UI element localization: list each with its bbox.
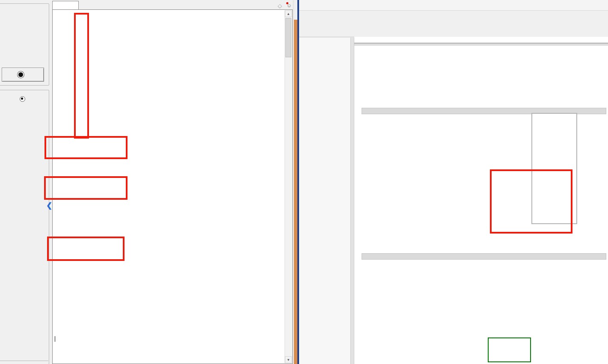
uart-settings-panel: ❮ bbox=[0, 0, 52, 364]
menu-bar bbox=[299, 0, 608, 11]
scroll-up-arrow[interactable]: ▲ bbox=[285, 10, 292, 17]
scroll-down-arrow[interactable]: ▼ bbox=[285, 356, 292, 363]
toolbar-ladder bbox=[299, 24, 608, 37]
data-log[interactable]: ▲ ▼ bbox=[52, 9, 293, 364]
port-led-icon bbox=[18, 72, 23, 77]
open-port-button[interactable] bbox=[2, 68, 44, 82]
network5-comment-bar[interactable] bbox=[362, 253, 606, 260]
ton-timer-box[interactable] bbox=[488, 337, 531, 362]
screen: { "colors":{"accent_orange":"#ff6a00","l… bbox=[0, 0, 608, 364]
notification-dot bbox=[286, 2, 288, 4]
tab-data-log[interactable] bbox=[52, 1, 79, 10]
send-settings-group bbox=[0, 361, 48, 364]
scroll-thumb[interactable] bbox=[285, 18, 291, 57]
radio-hex[interactable] bbox=[20, 96, 25, 102]
toolbar-standard bbox=[299, 11, 608, 24]
log-scrollbar[interactable]: ▲ ▼ bbox=[285, 10, 292, 363]
project-tree[interactable] bbox=[299, 38, 350, 364]
radio-hex-dot bbox=[21, 98, 23, 100]
ladder-editor[interactable] bbox=[354, 37, 608, 364]
collapse-panel-chevron[interactable]: ❮ bbox=[46, 201, 52, 210]
window-gap-top bbox=[294, 0, 297, 20]
background-window-edge bbox=[294, 20, 297, 364]
diamond-icon[interactable]: ◇ bbox=[278, 3, 284, 9]
text-caret bbox=[55, 336, 55, 342]
mbus-msg-box[interactable] bbox=[531, 113, 577, 224]
bell-icon[interactable]: ⎉ bbox=[287, 3, 293, 9]
recv-settings-group bbox=[0, 90, 49, 364]
pane-splitter[interactable] bbox=[350, 38, 354, 364]
